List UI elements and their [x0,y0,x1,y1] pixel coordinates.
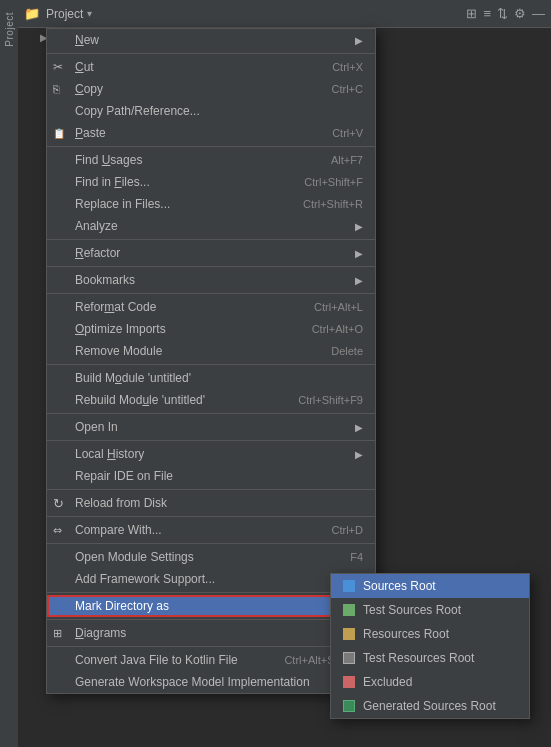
cut-shortcut: Ctrl+X [332,61,363,73]
menu-item-remove-module-label: Remove Module [75,344,311,358]
topbar-icon-close[interactable]: — [532,6,545,21]
menu-item-rebuild-module[interactable]: Rebuild Module 'untitled' Ctrl+Shift+F9 [47,389,375,411]
menu-item-open-settings[interactable]: Open Module Settings F4 [47,546,375,568]
menu-item-bookmarks[interactable]: Bookmarks ▶ [47,269,375,291]
submenu-item-sources-root[interactable]: Sources Root [331,574,529,598]
replace-files-shortcut: Ctrl+Shift+R [303,198,363,210]
topbar-dropdown-arrow[interactable]: ▾ [87,8,92,19]
separator-8 [47,440,375,441]
menu-item-copy[interactable]: ⎘ Copy Ctrl+C [47,78,375,100]
menu-item-repair-ide[interactable]: Repair IDE on File [47,465,375,487]
copy-icon: ⎘ [53,83,60,95]
menu-item-mark-directory[interactable]: Mark Directory as ▶ [47,595,375,617]
sources-root-icon [341,578,357,594]
separator-7 [47,413,375,414]
separator-4 [47,266,375,267]
menu-item-add-framework-label: Add Framework Support... [75,572,363,586]
menu-item-repair-ide-label: Repair IDE on File [75,469,363,483]
remove-module-shortcut: Delete [331,345,363,357]
menu-item-generate-workspace[interactable]: Generate Workspace Model Implementation [47,671,375,693]
menu-item-cut[interactable]: ✂ Cut Ctrl+X [47,56,375,78]
submenu-arrow-new: ▶ [355,35,363,46]
copy-shortcut: Ctrl+C [332,83,363,95]
menu-item-copy-path-label: Copy Path/Reference... [75,104,363,118]
submenu-arrow-refactor: ▶ [355,248,363,259]
test-resources-root-label: Test Resources Root [363,651,474,665]
topbar-icon-gear[interactable]: ⚙ [514,6,526,21]
menu-item-reload[interactable]: ↻ Reload from Disk [47,492,375,514]
menu-item-new[interactable]: New ▶ [47,29,375,51]
submenu-item-test-sources-root[interactable]: Test Sources Root [331,598,529,622]
resources-root-label: Resources Root [363,627,449,641]
menu-item-bookmarks-label: Bookmarks [75,273,351,287]
submenu-item-generated-sources-root[interactable]: Generated Sources Root [331,694,529,718]
menu-item-convert-java-label: Convert Java File to Kotlin File [75,653,264,667]
menu-item-paste-label: Paste [75,126,312,140]
menu-item-build-module-label: Build Module 'untitled' [75,371,363,385]
menu-item-refactor[interactable]: Refactor ▶ [47,242,375,264]
menu-item-find-files-label: Find in Files... [75,175,284,189]
generated-sources-root-label: Generated Sources Root [363,699,496,713]
menu-item-find-usages-label: Find Usages [75,153,311,167]
find-usages-shortcut: Alt+F7 [331,154,363,166]
test-resources-root-icon [341,650,357,666]
resources-root-icon [341,626,357,642]
topbar: 📁 Project ▾ ⊞ ≡ ⇅ ⚙ — [18,0,551,28]
sidebar: Project [0,0,18,747]
mark-directory-submenu: Sources Root Test Sources Root Resources… [330,573,530,719]
menu-item-reformat-label: Reformat Code [75,300,294,314]
separator-13 [47,619,375,620]
context-menu: New ▶ ✂ Cut Ctrl+X ⎘ Copy Ctrl+C Copy Pa… [46,28,376,694]
test-sources-root-icon [341,602,357,618]
submenu-arrow-open-in: ▶ [355,422,363,433]
menu-item-local-history[interactable]: Local History ▶ [47,443,375,465]
submenu-item-resources-root[interactable]: Resources Root [331,622,529,646]
submenu-item-excluded[interactable]: Excluded [331,670,529,694]
separator-9 [47,489,375,490]
separator-10 [47,516,375,517]
menu-item-reformat[interactable]: Reformat Code Ctrl+Alt+L [47,296,375,318]
submenu-item-test-resources-root[interactable]: Test Resources Root [331,646,529,670]
reformat-shortcut: Ctrl+Alt+L [314,301,363,313]
menu-item-find-usages[interactable]: Find Usages Alt+F7 [47,149,375,171]
sidebar-label: Project [4,12,15,47]
separator-14 [47,646,375,647]
menu-item-optimize[interactable]: Optimize Imports Ctrl+Alt+O [47,318,375,340]
menu-item-build-module[interactable]: Build Module 'untitled' [47,367,375,389]
menu-item-compare-with[interactable]: ⇔ Compare With... Ctrl+D [47,519,375,541]
menu-item-open-in[interactable]: Open In ▶ [47,416,375,438]
menu-item-reload-label: Reload from Disk [75,496,363,510]
test-sources-root-label: Test Sources Root [363,603,461,617]
separator-11 [47,543,375,544]
separator-2 [47,146,375,147]
menu-item-copy-path[interactable]: Copy Path/Reference... [47,100,375,122]
menu-item-convert-java[interactable]: Convert Java File to Kotlin File Ctrl+Al… [47,649,375,671]
generated-sources-root-icon [341,698,357,714]
menu-item-compare-with-label: Compare With... [75,523,312,537]
paste-icon: 📋 [53,128,65,139]
topbar-icons: ⊞ ≡ ⇅ ⚙ — [466,6,545,21]
topbar-icon-grid[interactable]: ⊞ [466,6,477,21]
menu-item-find-files[interactable]: Find in Files... Ctrl+Shift+F [47,171,375,193]
menu-item-analyze[interactable]: Analyze ▶ [47,215,375,237]
menu-item-analyze-label: Analyze [75,219,351,233]
topbar-icon-list[interactable]: ≡ [483,6,491,21]
optimize-shortcut: Ctrl+Alt+O [312,323,363,335]
menu-item-paste[interactable]: 📋 Paste Ctrl+V [47,122,375,144]
paste-shortcut: Ctrl+V [332,127,363,139]
find-files-shortcut: Ctrl+Shift+F [304,176,363,188]
reload-icon: ↻ [53,496,64,511]
topbar-icon-sort[interactable]: ⇅ [497,6,508,21]
menu-item-copy-label: Copy [75,82,312,96]
separator-1 [47,53,375,54]
menu-item-replace-files[interactable]: Replace in Files... Ctrl+Shift+R [47,193,375,215]
open-settings-shortcut: F4 [350,551,363,563]
menu-item-local-history-label: Local History [75,447,351,461]
menu-item-remove-module[interactable]: Remove Module Delete [47,340,375,362]
menu-item-diagrams[interactable]: ⊞ Diagrams ▶ [47,622,375,644]
menu-item-rebuild-module-label: Rebuild Module 'untitled' [75,393,278,407]
menu-item-open-settings-label: Open Module Settings [75,550,330,564]
submenu-arrow-local-history: ▶ [355,449,363,460]
menu-item-add-framework[interactable]: Add Framework Support... [47,568,375,590]
submenu-arrow-analyze: ▶ [355,221,363,232]
